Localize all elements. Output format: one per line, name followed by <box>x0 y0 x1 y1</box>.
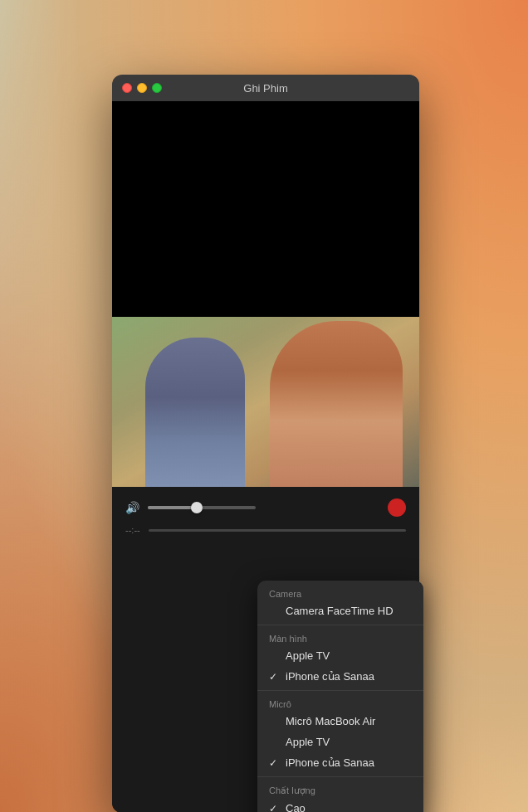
maximize-button[interactable] <box>152 83 162 93</box>
volume-fill <box>148 506 197 509</box>
minimize-button[interactable] <box>137 83 147 93</box>
menu-section-camera: Camera Camera FaceTime HD <box>257 581 423 625</box>
menu-item-apple-tv-mic[interactable]: Apple TV <box>257 732 423 752</box>
volume-thumb[interactable] <box>191 502 203 513</box>
video-frame <box>112 317 419 487</box>
menu-item-macbook-air-mic[interactable]: Micrô MacBook Air <box>257 711 423 732</box>
item-text-apple-tv-screen: Apple TV <box>286 649 412 662</box>
volume-icon: 🔊 <box>125 501 139 514</box>
item-text-iphone-sanaa-screen: iPhone của Sanaa <box>286 670 412 683</box>
item-text-cao: Cao <box>286 802 412 812</box>
volume-slider[interactable] <box>148 506 256 509</box>
traffic-lights <box>122 83 162 93</box>
section-label-chat-luong: Chất lượng <box>257 780 423 798</box>
section-label-man-hinh: Màn hình <box>257 629 423 645</box>
window-titlebar: Ghi Phim <box>112 75 419 101</box>
menu-item-iphone-sanaa-screen[interactable]: ✓ iPhone của Sanaa <box>257 666 423 687</box>
section-label-camera: Camera <box>257 584 423 600</box>
menu-section-micro: Micrô Micrô MacBook Air Apple TV ✓ iPhon… <box>257 691 423 777</box>
app-window: Ghi Phim 🔊 <box>112 75 419 812</box>
item-text-apple-tv-mic: Apple TV <box>286 736 412 748</box>
menu-item-facetime-hd[interactable]: Camera FaceTime HD <box>257 600 423 621</box>
menu-item-apple-tv-screen[interactable]: Apple TV <box>257 645 423 666</box>
check-iphone-sanaa-screen: ✓ <box>269 671 281 683</box>
section-label-micro: Micrô <box>257 694 423 711</box>
person-right-silhouette <box>270 321 403 487</box>
preview-photo-area <box>112 317 419 487</box>
person-left-silhouette <box>145 338 245 487</box>
menu-item-cao[interactable]: ✓ Cao <box>257 798 423 812</box>
check-facetime-hd <box>269 605 281 617</box>
check-apple-tv-mic <box>269 737 281 748</box>
progress-track[interactable] <box>149 529 406 532</box>
check-apple-tv-screen <box>269 650 281 662</box>
record-button[interactable] <box>388 498 406 517</box>
close-button[interactable] <box>122 83 132 93</box>
item-text-facetime-hd: Camera FaceTime HD <box>286 605 412 617</box>
menu-section-chat-luong: Chất lượng ✓ Cao Tối đa <box>257 777 423 812</box>
time-row: --:-- <box>125 525 406 535</box>
menu-section-man-hinh: Màn hình Apple TV ✓ iPhone của Sanaa <box>257 625 423 691</box>
item-text-iphone-sanaa-mic: iPhone của Sanaa <box>286 756 412 769</box>
volume-row: 🔊 <box>125 498 406 517</box>
window-title: Ghi Phim <box>243 82 287 95</box>
item-text-macbook-air-mic: Micrô MacBook Air <box>286 715 412 727</box>
menu-item-iphone-sanaa-mic[interactable]: ✓ iPhone của Sanaa <box>257 752 423 773</box>
check-cao: ✓ <box>269 803 281 813</box>
preview-black-area <box>112 101 419 317</box>
dropdown-menu: Camera Camera FaceTime HD Màn hình Apple… <box>257 581 423 812</box>
check-iphone-sanaa-mic: ✓ <box>269 757 281 769</box>
time-display: --:-- <box>125 525 140 535</box>
check-macbook-air-mic <box>269 716 281 727</box>
